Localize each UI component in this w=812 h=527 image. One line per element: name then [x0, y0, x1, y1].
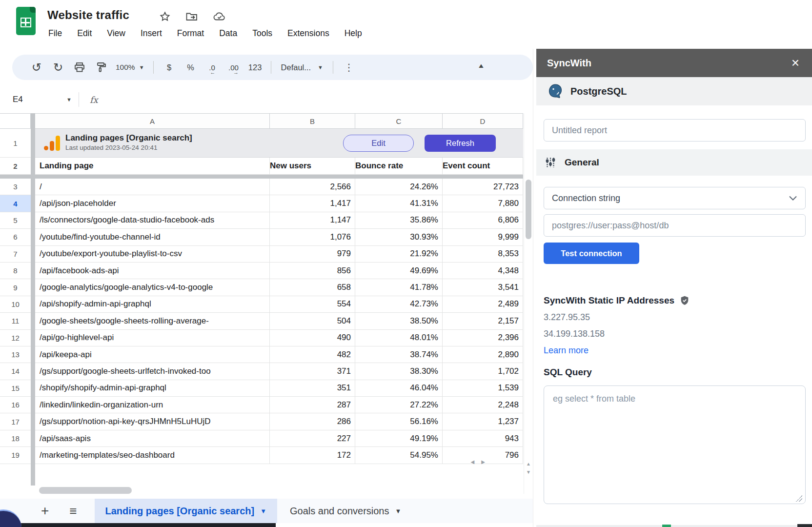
move-folder-icon[interactable]	[185, 11, 198, 22]
cell-new-users[interactable]: 287	[270, 397, 355, 413]
chevron-down-icon[interactable]: ▼	[66, 97, 72, 102]
cell-bounce-rate[interactable]: 54.95%	[355, 447, 443, 464]
cell-landing-page[interactable]: /api/go-highlevel-api	[35, 330, 270, 346]
cell-bounce-rate[interactable]: 41.78%	[355, 279, 443, 296]
cell-event-count[interactable]: 27,723	[443, 179, 523, 195]
add-sheet-icon[interactable]: +	[41, 504, 49, 518]
connection-method-select[interactable]: Connection string	[544, 187, 806, 209]
row-number[interactable]: 16	[0, 397, 31, 413]
cell-bounce-rate[interactable]: 24.26%	[355, 179, 443, 195]
menu-tools[interactable]: Tools	[252, 28, 272, 39]
tab-menu-icon[interactable]: ▼	[260, 507, 266, 515]
row-number[interactable]: 7	[0, 246, 31, 263]
horizontal-scroll-arrows[interactable]: ◀▶	[471, 459, 492, 465]
cell-landing-page[interactable]: /youtube/export-youtube-playlist-to-csv	[35, 246, 270, 263]
column-header-a[interactable]: A	[35, 113, 270, 129]
cell-event-count[interactable]: 4,348	[443, 263, 523, 279]
format-currency-button[interactable]: $	[159, 59, 180, 76]
cell-bounce-rate[interactable]: 42.73%	[355, 296, 443, 313]
row-number[interactable]: 8	[0, 263, 31, 279]
cell-new-users[interactable]: 979	[270, 246, 355, 263]
horizontal-scrollbar-thumb[interactable]	[39, 487, 132, 494]
vertical-scroll-arrows[interactable]: ▲▼	[525, 460, 532, 476]
cell-new-users[interactable]: 554	[270, 296, 355, 313]
cell-new-users[interactable]: 371	[270, 363, 355, 380]
row-number[interactable]: 4	[0, 195, 31, 212]
menu-format[interactable]: Format	[177, 28, 204, 39]
header-new-users[interactable]: New users	[270, 158, 355, 175]
row-number[interactable]: 3	[0, 179, 31, 195]
tab-goals-and-conversions[interactable]: Goals and conversions ▼	[279, 499, 412, 523]
cell-bounce-rate[interactable]: 21.92%	[355, 246, 443, 263]
menu-file[interactable]: File	[48, 28, 62, 39]
cell-event-count[interactable]: 1,539	[443, 380, 523, 397]
menu-help[interactable]: Help	[345, 28, 362, 39]
cell-bounce-rate[interactable]: 48.01%	[355, 330, 443, 346]
row-number[interactable]: 2	[0, 158, 31, 175]
row-number[interactable]: 12	[0, 330, 31, 346]
header-event-count[interactable]: Event count	[443, 158, 523, 175]
menu-extensions[interactable]: Extensions	[287, 28, 329, 39]
cell-event-count[interactable]: 8,353	[443, 246, 523, 263]
all-sheets-menu-icon[interactable]: ≡	[69, 505, 77, 517]
tab-menu-icon[interactable]: ▼	[395, 507, 401, 515]
report-name-input[interactable]: Untitled report	[544, 119, 806, 142]
cell-event-count[interactable]: 2,248	[443, 397, 523, 413]
frozen-row-divider[interactable]	[0, 175, 523, 179]
undo-icon[interactable]: ↺	[26, 59, 47, 76]
cell-landing-page[interactable]: /gs/support/google-sheets-urlfetch-invok…	[35, 363, 270, 380]
cell-new-users[interactable]: 482	[270, 346, 355, 363]
cell-new-users[interactable]: 227	[270, 430, 355, 447]
horizontal-scrollbar[interactable]: ◀▶	[35, 486, 523, 495]
refresh-button[interactable]: Refresh	[425, 135, 496, 152]
cell-bounce-rate[interactable]: 35.86%	[355, 212, 443, 229]
cell-event-count[interactable]: 943	[443, 430, 523, 447]
cell-landing-page[interactable]: /gs/support/notion-api-key-qrsJHMnH5LuHU…	[35, 413, 270, 430]
paint-format-icon[interactable]	[90, 59, 112, 76]
cell-event-count[interactable]: 9,999	[443, 229, 523, 245]
textarea-resize-handle[interactable]	[796, 495, 802, 502]
cell-new-users[interactable]: 1,417	[270, 195, 355, 212]
header-bounce-rate[interactable]: Bounce rate	[355, 158, 443, 175]
cell-new-users[interactable]: 172	[270, 447, 355, 464]
close-icon[interactable]: ×	[792, 56, 799, 70]
cell-landing-page[interactable]: /api/keepa-api	[35, 346, 270, 363]
cloud-saved-icon[interactable]	[213, 11, 226, 22]
cell-new-users[interactable]: 2,566	[270, 179, 355, 195]
cell-new-users[interactable]: 351	[270, 380, 355, 397]
cell-event-count[interactable]: 2,489	[443, 296, 523, 313]
cell-bounce-rate[interactable]: 27.22%	[355, 397, 443, 413]
font-select[interactable]: Defaul... ▼	[276, 59, 328, 76]
frozen-column-divider[interactable]	[31, 113, 35, 486]
cell-landing-page[interactable]: /shopify/shopify-admin-api-graphql	[35, 380, 270, 397]
row-number[interactable]: 17	[0, 413, 31, 430]
star-icon[interactable]	[159, 11, 171, 22]
menu-insert[interactable]: Insert	[141, 28, 162, 39]
cell-bounce-rate[interactable]: 38.74%	[355, 346, 443, 363]
report-banner-cell[interactable]: Landing pages [Organic search] Last upda…	[35, 129, 523, 158]
cell-event-count[interactable]: 1,237	[443, 413, 523, 430]
learn-more-link[interactable]: Learn more	[544, 345, 589, 356]
redo-icon[interactable]: ↻	[47, 59, 69, 76]
collapse-toolbar-icon[interactable]: ▲	[477, 62, 485, 69]
row-number[interactable]: 18	[0, 430, 31, 447]
number-format-button[interactable]: 123	[244, 59, 266, 76]
cell-bounce-rate[interactable]: 49.19%	[355, 430, 443, 447]
cell-event-count[interactable]: 2,157	[443, 313, 523, 329]
cell-event-count[interactable]: 2,396	[443, 330, 523, 346]
cell-landing-page[interactable]: /linkedin/linkedin-organization-urn	[35, 397, 270, 413]
cell-new-users[interactable]: 658	[270, 279, 355, 296]
vertical-scrollbar-thumb[interactable]	[526, 180, 531, 239]
row-number[interactable]: 19	[0, 447, 31, 464]
test-connection-button[interactable]: Test connection	[544, 243, 639, 264]
cell-new-users[interactable]: 490	[270, 330, 355, 346]
select-all-corner[interactable]	[0, 113, 31, 129]
cell-event-count[interactable]: 3,541	[443, 279, 523, 296]
cell-landing-page[interactable]: /	[35, 179, 270, 195]
column-header-b[interactable]: B	[270, 113, 355, 129]
cell-landing-page[interactable]: /ls/connectors/google-data-studio-facebo…	[35, 212, 270, 229]
format-percent-button[interactable]: %	[180, 59, 202, 76]
cell-new-users[interactable]: 286	[270, 413, 355, 430]
document-title[interactable]: Website traffic	[47, 8, 129, 22]
row-number[interactable]: 15	[0, 380, 31, 397]
